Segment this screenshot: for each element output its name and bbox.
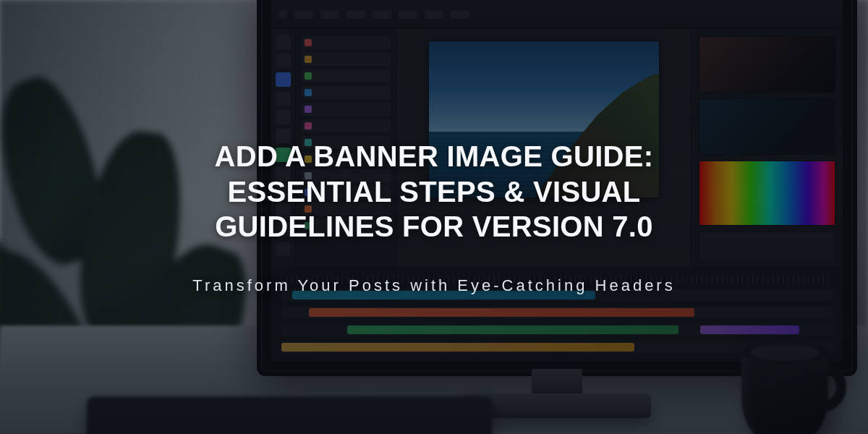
hero-subtitle: Transform Your Posts with Eye-Catching H… [192, 276, 675, 295]
hero-title: ADD A BANNER IMAGE GUIDE: ESSENTIAL STEP… [192, 139, 675, 244]
hero-banner: ADD A BANNER IMAGE GUIDE: ESSENTIAL STEP… [0, 0, 868, 434]
